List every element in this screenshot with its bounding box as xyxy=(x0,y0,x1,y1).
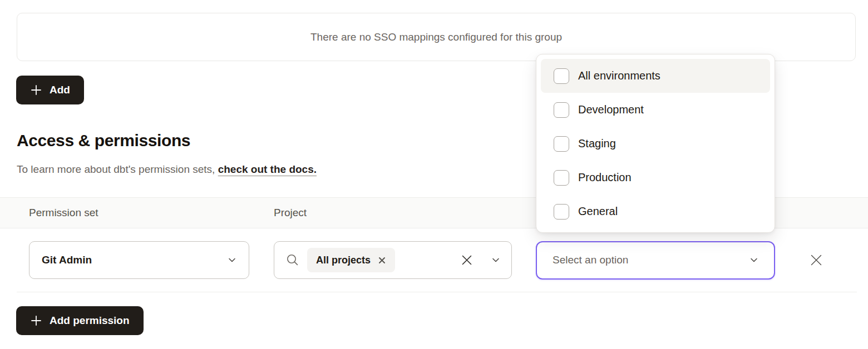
environment-dropdown-menu: All environments Development Staging Pro… xyxy=(536,54,775,233)
column-header-project: Project xyxy=(262,207,524,219)
environment-option-production[interactable]: Production xyxy=(541,161,770,195)
row-divider xyxy=(17,292,857,292)
environment-placeholder: Select an option xyxy=(553,254,628,266)
checkbox-unchecked-icon[interactable] xyxy=(554,170,569,186)
environment-option-label: Development xyxy=(578,103,644,116)
checkbox-unchecked-icon[interactable] xyxy=(554,102,569,118)
environment-option-label: Production xyxy=(578,171,632,184)
page-title: Access & permissions xyxy=(17,131,190,150)
delete-permission-row-button[interactable] xyxy=(808,252,824,268)
add-sso-mapping-button[interactable]: Add xyxy=(16,76,84,104)
project-field-controls xyxy=(460,253,501,267)
environment-option-general[interactable]: General xyxy=(541,195,770,228)
checkbox-unchecked-icon[interactable] xyxy=(554,136,569,152)
environment-option-staging[interactable]: Staging xyxy=(541,127,770,161)
environment-option-development[interactable]: Development xyxy=(541,93,770,127)
checkbox-unchecked-icon[interactable] xyxy=(554,68,569,84)
add-button-label: Add xyxy=(50,84,70,96)
chevron-down-icon[interactable] xyxy=(490,255,501,266)
docs-link[interactable]: check out the docs. xyxy=(218,163,317,175)
sso-empty-message: There are no SSO mappings configured for… xyxy=(310,31,562,43)
plus-icon xyxy=(30,84,42,96)
add-permission-button-label: Add permission xyxy=(50,315,130,327)
permission-set-select[interactable]: Git Admin xyxy=(29,241,249,279)
environment-option-label: Staging xyxy=(578,137,616,150)
project-multiselect[interactable]: All projects xyxy=(274,241,512,279)
group-settings-page: { "sso_banner": { "message": "There are … xyxy=(0,0,868,349)
plus-icon xyxy=(30,315,42,327)
description-text: To learn more about dbt's permission set… xyxy=(17,163,218,175)
section-description: To learn more about dbt's permission set… xyxy=(17,163,317,176)
selected-project-label: All projects xyxy=(316,255,371,266)
environment-option-all-environments[interactable]: All environments xyxy=(541,59,770,93)
close-icon xyxy=(809,253,823,267)
clear-selection-icon[interactable] xyxy=(460,253,474,267)
environment-option-label: General xyxy=(578,205,618,218)
selected-project-tag: All projects xyxy=(307,248,395,272)
environment-option-label: All environments xyxy=(578,69,660,82)
permission-row: Git Admin All projects xyxy=(0,228,868,292)
permission-set-value: Git Admin xyxy=(42,254,92,266)
add-permission-button[interactable]: Add permission xyxy=(16,306,144,335)
remove-tag-icon[interactable] xyxy=(378,256,386,265)
chevron-down-icon xyxy=(748,255,760,266)
search-icon xyxy=(285,253,300,267)
checkbox-unchecked-icon[interactable] xyxy=(554,204,569,220)
chevron-down-icon xyxy=(226,255,238,266)
environment-select[interactable]: Select an option xyxy=(536,241,775,280)
column-header-permission-set: Permission set xyxy=(0,207,262,219)
